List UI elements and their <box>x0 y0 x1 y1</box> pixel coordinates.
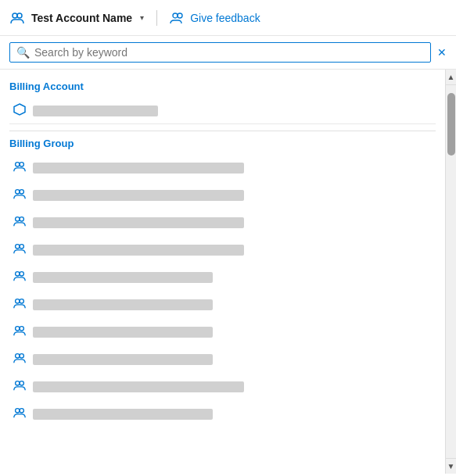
svg-point-12 <box>20 245 23 249</box>
svg-point-20 <box>20 354 23 358</box>
billing-account-title: Billing Account <box>9 81 436 92</box>
scrollbar-thumb-area <box>446 85 456 474</box>
scrollbar-up-button[interactable]: ▲ <box>446 70 457 85</box>
group-icon <box>13 214 27 231</box>
svg-point-14 <box>20 272 23 276</box>
svg-point-8 <box>20 190 23 194</box>
group-bar <box>33 409 213 420</box>
main-content: Billing Account Billing Group <box>0 70 456 474</box>
group-icon <box>13 351 27 368</box>
scrollbar-thumb[interactable] <box>447 93 455 156</box>
svg-point-21 <box>16 381 20 385</box>
chevron-down-icon[interactable]: ▾ <box>140 13 144 22</box>
group-bar <box>33 245 244 256</box>
list-item[interactable] <box>9 156 436 181</box>
list-item[interactable] <box>9 347 436 372</box>
billing-group-title: Billing Group <box>9 138 436 149</box>
account-icon <box>9 10 25 26</box>
scroll-content: Billing Account Billing Group <box>0 70 445 474</box>
list-item[interactable] <box>9 292 436 317</box>
svg-point-22 <box>20 381 23 385</box>
list-item[interactable] <box>9 210 436 235</box>
svg-point-18 <box>20 327 23 331</box>
list-item[interactable] <box>9 402 436 427</box>
svg-point-11 <box>16 245 20 249</box>
billing-account-bar <box>33 106 158 116</box>
svg-point-17 <box>16 327 20 331</box>
svg-point-13 <box>16 272 20 276</box>
list-item[interactable] <box>9 265 436 290</box>
svg-point-3 <box>178 13 182 18</box>
search-bar: 🔍 ✕ <box>0 36 456 70</box>
group-bar <box>33 272 213 283</box>
billing-account-item[interactable] <box>9 98 436 124</box>
group-icon <box>13 406 27 423</box>
search-wrapper: 🔍 <box>9 42 431 63</box>
scrollbar-down-button[interactable]: ▼ <box>446 458 457 474</box>
svg-point-9 <box>16 217 20 221</box>
list-item[interactable] <box>9 183 436 208</box>
header: Test Account Name ▾ Give feedback <box>0 0 456 36</box>
scrollbar-track: ▲ ▼ <box>445 70 456 474</box>
list-item[interactable] <box>9 374 436 399</box>
group-bar <box>33 354 213 365</box>
group-bar <box>33 190 244 201</box>
group-icon <box>13 378 27 395</box>
svg-marker-4 <box>14 104 25 115</box>
svg-point-6 <box>20 163 23 166</box>
group-icon <box>13 269 27 286</box>
group-bar <box>33 299 213 310</box>
feedback-label[interactable]: Give feedback <box>190 12 260 24</box>
group-icon <box>13 159 27 177</box>
account-name: Test Account Name <box>31 12 132 24</box>
group-icon <box>13 242 27 259</box>
feedback-icon <box>170 11 184 25</box>
svg-point-1 <box>17 13 22 18</box>
list-item[interactable] <box>9 238 436 263</box>
billing-group-section: Billing Group <box>9 138 436 427</box>
search-input[interactable] <box>34 46 424 59</box>
svg-point-2 <box>173 13 178 18</box>
svg-point-19 <box>16 354 20 358</box>
svg-point-24 <box>20 409 23 413</box>
header-divider <box>156 10 157 26</box>
group-icon <box>13 296 27 313</box>
group-bar <box>33 381 244 392</box>
section-divider <box>9 131 436 131</box>
svg-point-5 <box>16 163 20 166</box>
svg-point-16 <box>20 299 23 303</box>
list-item[interactable] <box>9 320 436 345</box>
search-icon: 🔍 <box>16 46 30 59</box>
svg-point-23 <box>16 409 20 413</box>
group-bar <box>33 163 244 174</box>
svg-point-15 <box>16 299 20 303</box>
billing-account-icon <box>13 102 27 120</box>
svg-point-0 <box>13 13 17 18</box>
svg-point-7 <box>16 190 20 194</box>
clear-icon[interactable]: ✕ <box>437 46 447 59</box>
svg-point-10 <box>20 217 23 221</box>
group-icon <box>13 324 27 341</box>
group-icon <box>13 187 27 204</box>
group-bar <box>33 217 244 228</box>
group-bar <box>33 327 213 338</box>
